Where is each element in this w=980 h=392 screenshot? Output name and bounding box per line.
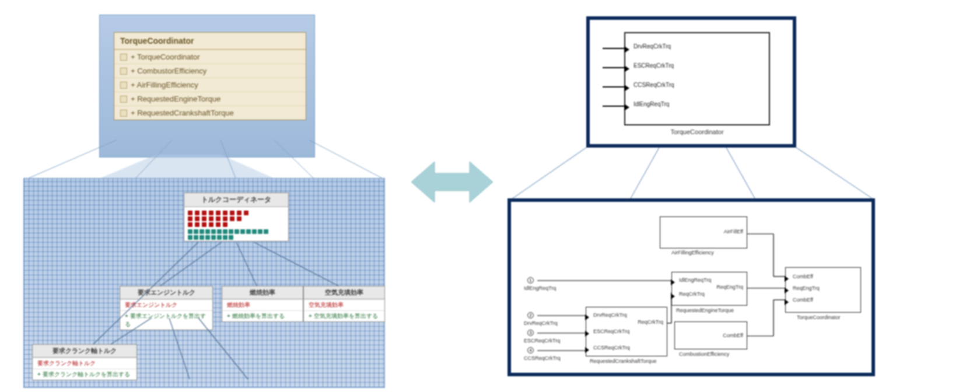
block-combustion: CombEff	[674, 321, 747, 349]
inport: 3	[527, 330, 534, 336]
svg-line-3	[274, 140, 315, 180]
svg-line-9	[111, 318, 152, 344]
right-perspective-lines	[508, 146, 881, 204]
svg-line-1	[134, 140, 172, 180]
svg-line-10	[169, 318, 190, 379]
inport: 4	[527, 347, 534, 354]
right-bottom-panel: 1 IdlEngReqTrq 2 DrvReqCrkTrq 3 ESCReqCr…	[508, 198, 875, 376]
inport: 1	[527, 277, 534, 284]
svg-line-13	[511, 148, 586, 200]
block-airfilling: AirFillEff	[660, 216, 747, 249]
svg-line-15	[726, 148, 755, 200]
svg-line-11	[198, 318, 248, 379]
svg-line-0	[25, 140, 117, 180]
svg-marker-12	[411, 162, 493, 202]
svg-line-7	[254, 242, 338, 286]
svg-line-16	[796, 148, 874, 200]
simulink-top-label: TorqueCoordinator	[624, 128, 770, 135]
svg-line-5	[160, 242, 222, 286]
left-tree-connectors	[23, 178, 385, 388]
block-coordinator: CombEff ReqEngTrq CombEff	[785, 267, 861, 313]
bidirectional-arrow-icon	[411, 155, 493, 210]
svg-line-8	[93, 242, 198, 344]
inport: 2	[527, 312, 534, 318]
block-reqengine: IdlEngReqTrq ReqCrkTrq ReqEngTrq	[671, 272, 747, 306]
svg-line-14	[630, 148, 659, 200]
svg-line-2	[220, 140, 236, 180]
simulink-top-block: DrvReqCrkTrq ESCReqCrkTrq CCSReqCrkTrq I…	[624, 32, 770, 125]
block-reqcrank: DrvReqCrkTrq ESCReqCrkTrq CCSReqCrkTrq R…	[586, 307, 667, 356]
svg-line-4	[309, 140, 385, 180]
svg-line-6	[236, 242, 257, 286]
